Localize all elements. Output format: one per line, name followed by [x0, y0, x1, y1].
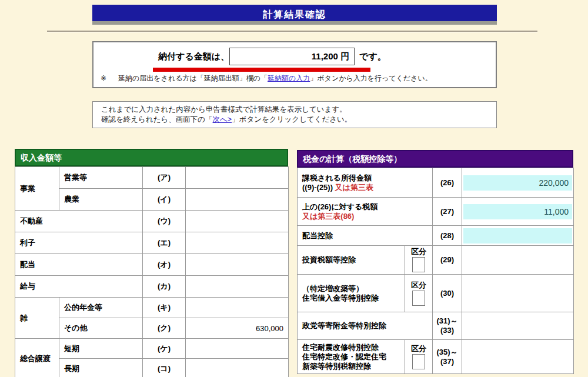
income-code: (ケ): [143, 339, 186, 359]
income-code: (ク): [143, 318, 186, 339]
tax-value-cell: [462, 246, 574, 275]
tax-code: (28): [433, 226, 462, 246]
tax-label-seismic-renovation-credit: 住宅耐震改修特別控除 住宅特定改修・認定住宅 新築等特別税額控除: [298, 340, 405, 374]
tax-label-black: ((9)-(25)): [302, 183, 335, 192]
table-row: 住宅耐震改修特別控除 住宅特定改修・認定住宅 新築等特別税額控除 区分 (35)…: [298, 340, 574, 374]
taxable-income-field: 220,000: [463, 175, 572, 191]
dividend-deduction-field: [463, 228, 572, 243]
income-code: (オ): [143, 254, 186, 276]
tax-label-housing-loan-credit: （特定増改築等） 住宅借入金等特別控除: [298, 275, 405, 312]
income-label: 利子: [15, 232, 143, 254]
tax-value-cell: [462, 226, 574, 246]
tax-code: (26): [433, 168, 462, 198]
income-value: [186, 211, 289, 232]
tax-value-cell: 220,000: [462, 168, 574, 198]
table-row: 上の(26)に対する税額 又は第三表(86) (27) 11,000: [298, 198, 574, 226]
tax-label-red: 又は第三表: [335, 183, 373, 192]
kubun-label: 区分: [411, 281, 426, 289]
kubun-cell: 区分: [405, 275, 433, 312]
tax-code-range: (35)～ (37): [433, 340, 462, 374]
tax-label-line: 課税される所得金額: [302, 174, 432, 183]
income-value: [186, 232, 289, 254]
tax-label-investment-credit: 投資税額等控除: [298, 246, 405, 275]
instruction-line2-before: 確認を終えられたら、画面下の「: [101, 115, 213, 124]
note-text-after: 」ボタンから入力を行ってください。: [310, 74, 432, 82]
page-title: 計算結果確認: [92, 5, 497, 25]
income-value: [186, 276, 289, 298]
tax-code-line: (31)～: [433, 316, 462, 326]
red-underline: [153, 68, 370, 72]
tax-value-cell: [462, 275, 574, 312]
income-sub-label: 営業等: [59, 167, 143, 189]
kubun-label: 区分: [411, 344, 426, 353]
tax-label-line: 上の(26)に対する税額: [302, 202, 432, 212]
income-value: [186, 189, 289, 211]
tax-label-red: 又は第三表(86): [302, 212, 432, 221]
kubun-label: 区分: [411, 247, 426, 256]
income-code: (ア): [143, 167, 186, 189]
tax-value-cell: [462, 340, 574, 374]
kubun-input-box: [412, 257, 425, 272]
table-row: 雑 公的年金等 (キ): [15, 298, 289, 318]
income-value: [186, 298, 289, 318]
kubun-cell: 区分: [405, 246, 433, 275]
income-sub-label: 短期: [59, 339, 143, 359]
income-code: (ウ): [143, 211, 186, 232]
income-value: [186, 254, 289, 276]
income-sub-label: 長期: [59, 359, 143, 377]
table-row: 配当 (オ): [15, 254, 289, 276]
income-sub-label: その他: [59, 318, 143, 339]
payment-amount-box: 納付する金額は、 11,200 円 です。 ※延納の届出をされる方は「延納届出額…: [92, 41, 497, 88]
tax-table-section: 税金の計算（税額控除等） 課税される所得金額 ((9)-(25)) 又は第三表 …: [297, 150, 573, 374]
income-table-title: 収入金額等: [15, 149, 288, 166]
next-link[interactable]: 次へ>: [213, 115, 232, 124]
income-table-section: 収入金額等 事業 営業等 (ア) 農業 (イ) 不動産 (ウ) 利子 (エ): [15, 149, 288, 377]
income-code: (エ): [143, 232, 186, 254]
table-row: 配当控除 (28): [298, 226, 574, 246]
table-row: 給与 (カ): [15, 276, 289, 298]
income-code: (イ): [143, 189, 186, 211]
table-row: 投資税額等控除 区分 (29): [298, 246, 574, 275]
tax-label-taxable-income: 課税される所得金額 ((9)-(25)) 又は第三表: [298, 168, 433, 198]
payment-amount-suffix: です。: [359, 51, 386, 62]
tax-table-title: 税金の計算（税額控除等）: [297, 150, 573, 168]
payment-amount-row: 納付する金額は、 11,200 円 です。: [158, 48, 386, 65]
table-row: 事業 営業等 (ア): [15, 167, 289, 189]
payment-amount-value: 11,200 円: [229, 48, 355, 65]
tax-label-tax-on-26: 上の(26)に対する税額 又は第三表(86): [298, 198, 433, 226]
tax-amount-field: 11,000: [463, 204, 572, 219]
note-text-before: 延納の届出をされる方は「延納届出額」欄の「: [118, 74, 268, 82]
table-row: 総合譲渡 短期 (ケ): [15, 339, 289, 359]
instruction-line1: これまでに入力された内容から申告書様式で計算結果を表示しています。: [101, 105, 488, 115]
income-group-business: 事業: [15, 167, 59, 211]
tax-label-dividend-deduction: 配当控除: [298, 226, 433, 246]
tax-code-line: (33): [433, 326, 462, 335]
table-row: 不動産 (ウ): [15, 211, 289, 232]
tax-table: 課税される所得金額 ((9)-(25)) 又は第三表 (26) 220,000 …: [297, 168, 574, 374]
kubun-input-box: [412, 354, 425, 369]
income-label: 給与: [15, 276, 143, 298]
income-code: (キ): [143, 298, 186, 318]
deferral-note: ※延納の届出をされる方は「延納届出額」欄の「延納額の入力」ボタンから入力を行って…: [101, 74, 432, 84]
tax-code: (29): [433, 246, 462, 275]
deferral-amount-input-link[interactable]: 延納額の入力: [268, 74, 310, 82]
income-table: 事業 営業等 (ア) 農業 (イ) 不動産 (ウ) 利子 (エ) 配当: [15, 166, 289, 377]
income-value: [186, 359, 289, 377]
tax-label-line: ((9)-(25)) 又は第三表: [302, 183, 432, 192]
income-group-misc: 雑: [15, 298, 59, 339]
tax-code-range: (31)～ (33): [433, 312, 462, 340]
payment-amount-label: 納付する金額は、: [158, 51, 229, 62]
tax-label-line: （特定増改築等）: [302, 284, 405, 293]
tax-code-line: (35)～: [433, 348, 462, 357]
instruction-box: これまでに入力された内容から申告書様式で計算結果を表示しています。 確認を終えら…: [92, 101, 497, 128]
instruction-line2: 確認を終えられたら、画面下の「次へ>」ボタンをクリックしてください。: [101, 115, 488, 125]
note-asterisk: ※: [101, 74, 106, 82]
income-group-transfer: 総合譲渡: [15, 339, 59, 377]
income-value-other: 630,000: [186, 318, 289, 339]
instruction-line2-after: 」ボタンをクリックしてください。: [232, 115, 352, 124]
tax-value-cell: [462, 312, 574, 340]
tax-label-line: 新築等特別税額控除: [302, 362, 405, 371]
income-value: [186, 167, 289, 189]
table-row: 政党等寄附金等特別控除 (31)～ (33): [298, 312, 574, 340]
divider: [47, 31, 537, 32]
